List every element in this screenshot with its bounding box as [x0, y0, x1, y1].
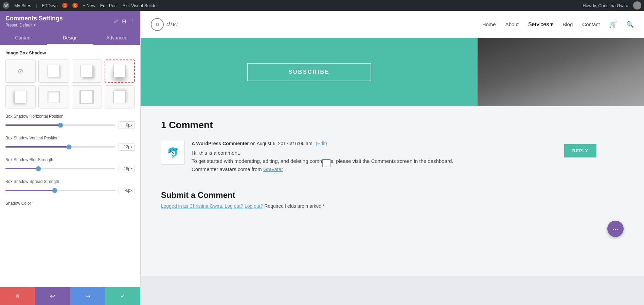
confirm-button[interactable]: ✓: [105, 287, 140, 305]
box-shadow-blur-label: Box Shadow Blur Strength: [5, 157, 135, 162]
submit-comment-text: Logged in as Christina Gwira. Log out? L…: [161, 203, 624, 209]
shadow-option-1[interactable]: [38, 60, 69, 83]
comment-meta: A WordPress Commenter on August 6, 2017 …: [192, 141, 624, 146]
comment-line-3: Commenter avatars come from Gravatar .: [192, 165, 624, 173]
action-bar: ✕ ↩ ↪ ✓: [0, 287, 140, 305]
logo-text: divi: [166, 21, 178, 28]
reply-button[interactable]: REPLY: [564, 144, 596, 157]
shadow-option-7[interactable]: [105, 85, 135, 108]
shadow-option-4[interactable]: [5, 85, 36, 108]
howdy-text: Howdy, Christina Gwira: [583, 3, 628, 8]
divi-logo: D divi: [151, 18, 178, 31]
logout-link[interactable]: Log out?: [245, 203, 263, 209]
panel-title: Comments Settings: [5, 15, 63, 22]
shadow-preview-3: [113, 65, 126, 77]
nav-blog[interactable]: Blog: [562, 21, 573, 27]
box-shadow-h-row: Box Shadow Horizontal Position: [5, 114, 135, 129]
grid-icon[interactable]: ⊞: [122, 18, 126, 24]
et-devs-link[interactable]: ETDevs: [42, 3, 57, 8]
logo-circle: D: [151, 18, 164, 31]
panel-preset[interactable]: Preset: Default ▾: [5, 23, 63, 28]
shadow-color-label: Shadow Color: [5, 201, 135, 206]
required-fields-text: Required fields are marked: [264, 203, 323, 209]
hero-teal-bg: SUBSCRIBE: [141, 38, 478, 106]
box-shadow-v-row: Box Shadow Vertical Position: [5, 136, 135, 151]
box-shadow-h-label: Box Shadow Horizontal Position: [5, 114, 135, 119]
bubble-count: 0: [72, 3, 78, 8]
shadow-option-5[interactable]: [38, 85, 69, 108]
shadow-preview-7: [113, 91, 126, 103]
chevron-down-icon: ▾: [550, 21, 553, 28]
fab-dots-icon: ···: [613, 225, 619, 233]
box-shadow-blur-track[interactable]: [5, 168, 115, 169]
shadow-preview-5: [48, 91, 60, 103]
nav-services[interactable]: Services ▾: [528, 21, 553, 28]
laptop-image: [478, 38, 644, 106]
nav-contact[interactable]: Contact: [582, 21, 600, 27]
comment-author: A WordPress Commenter: [192, 141, 249, 146]
box-shadow-v-value[interactable]: [119, 143, 135, 151]
comment-period: .: [284, 166, 286, 172]
comment-edit-link[interactable]: (Edit): [316, 141, 327, 146]
logged-in-link[interactable]: Logged in as Christina Gwira. Log out?: [161, 203, 243, 209]
comments-section: 1 Comment 🐬 A WordPress Commenter on Aug…: [141, 106, 644, 276]
box-shadow-spread-label: Box Shadow Spread Strength: [5, 179, 135, 184]
box-shadow-h-track[interactable]: [5, 124, 115, 126]
more-options-icon[interactable]: ⋮: [129, 18, 135, 24]
cancel-button[interactable]: ✕: [0, 287, 35, 305]
comments-title: 1 Comment: [161, 120, 624, 131]
panel-content: Image Box Shadow ⊘: [0, 45, 140, 287]
box-shadow-spread-value[interactable]: [119, 187, 135, 194]
box-shadow-v-track[interactable]: [5, 146, 115, 148]
panel-tabs: Content Design Advanced: [0, 32, 140, 45]
preview-checkbox[interactable]: [322, 159, 330, 167]
nav-home[interactable]: Home: [482, 21, 496, 27]
hero-area: SUBSCRIBE: [141, 38, 644, 106]
comment-text: Hi, this is a comment. To get started wi…: [192, 149, 624, 173]
cart-icon[interactable]: 🛒: [609, 21, 617, 28]
shadow-preview-4: [15, 91, 27, 103]
comment-date: on August 6, 2017 at 6:06 am: [250, 141, 312, 146]
site-nav: D divi Home About Services ▾ Blog Contac…: [141, 11, 644, 38]
comment-count-badge: 1: [62, 3, 68, 8]
edit-post-link[interactable]: Edit Post: [100, 3, 118, 8]
box-shadow-blur-value[interactable]: [119, 165, 135, 172]
redo-button[interactable]: ↪: [70, 287, 105, 305]
shadow-option-2[interactable]: [72, 60, 102, 83]
required-asterisk: *: [323, 203, 324, 209]
undo-button[interactable]: ↩: [35, 287, 70, 305]
wordpress-logo[interactable]: W: [3, 2, 10, 9]
search-icon[interactable]: 🔍: [626, 21, 634, 28]
commenter-avatar: 🐬: [161, 141, 185, 165]
nav-about[interactable]: About: [505, 21, 519, 27]
box-shadow-h-value[interactable]: [119, 121, 135, 129]
shadow-option-6[interactable]: [72, 85, 102, 108]
shadow-preview-1: [48, 65, 60, 77]
subscribe-button[interactable]: SUBSCRIBE: [247, 63, 371, 81]
exit-builder-link[interactable]: Exit Visual Builder: [123, 3, 158, 8]
admin-bar: W My Sites | ETDevs 1 0 + New Edit Post …: [0, 0, 644, 11]
logo-d: D: [156, 22, 159, 27]
new-link[interactable]: + New: [83, 3, 95, 8]
tab-design[interactable]: Design: [47, 32, 94, 45]
submit-comment-title: Submit a Comment: [161, 190, 624, 200]
tab-advanced[interactable]: Advanced: [93, 32, 140, 45]
site-preview: D divi Home About Services ▾ Blog Contac…: [141, 11, 644, 305]
box-shadow-spread-track[interactable]: [5, 190, 115, 191]
shadow-option-none[interactable]: ⊘: [5, 60, 36, 83]
no-shadow-icon: ⊘: [18, 67, 23, 75]
expand-icon[interactable]: ⤢: [114, 18, 118, 24]
floating-action-button[interactable]: ···: [607, 221, 624, 237]
comment-line-2: To get started with moderating, editing,…: [192, 157, 624, 165]
main-navigation: Home About Services ▾ Blog Contact 🛒 🔍: [482, 21, 634, 28]
gravatar-link[interactable]: Gravatar: [263, 166, 283, 172]
shadow-option-3[interactable]: [105, 60, 135, 83]
tab-content[interactable]: Content: [0, 32, 47, 45]
shadow-grid: ⊘: [5, 60, 135, 108]
image-box-shadow-title: Image Box Shadow: [5, 50, 135, 55]
comments-settings-panel: Comments Settings Preset: Default ▾ ⤢ ⊞ …: [0, 11, 141, 305]
my-sites-link[interactable]: My Sites: [14, 3, 31, 8]
box-shadow-spread-row: Box Shadow Spread Strength: [5, 179, 135, 194]
avatar: [633, 1, 641, 10]
comment-body: A WordPress Commenter on August 6, 2017 …: [192, 141, 624, 173]
